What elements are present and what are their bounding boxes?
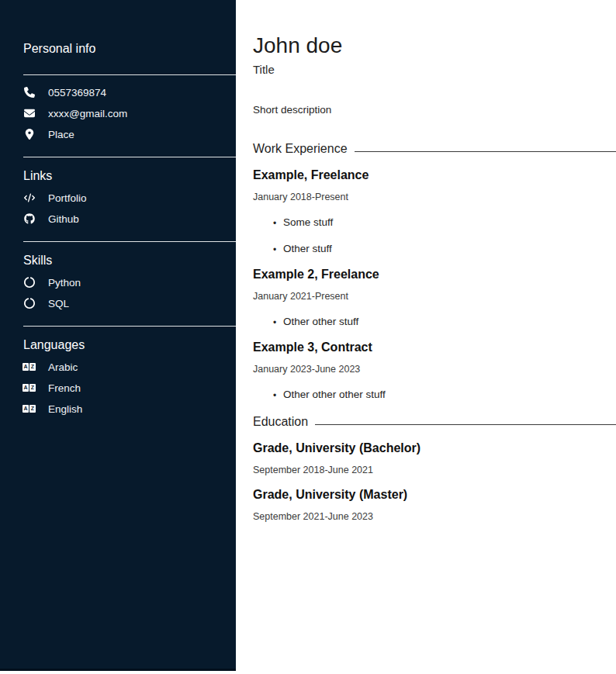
- resume-page: Personal info0557369874xxxx@gmail.comPla…: [0, 0, 616, 674]
- language-icon: AZ: [23, 361, 35, 373]
- sidebar-item-label: 0557369874: [48, 87, 106, 99]
- entry-date: September 2018-June 2021: [253, 465, 616, 475]
- sidebar: Personal info0557369874xxxx@gmail.comPla…: [0, 0, 236, 671]
- entry-bullets: Some stuffOther stuff: [253, 216, 616, 255]
- entry-date: January 2023-June 2023: [253, 364, 616, 375]
- sidebar-item-label: Github: [48, 213, 79, 225]
- entry-title: Example 2, Freelance: [253, 267, 616, 282]
- sidebar-section-title-personal-info: Personal info: [23, 41, 236, 56]
- sidebar-section-title-skills: Skills: [23, 253, 236, 268]
- section-work-experience: Work ExperienceExample, FreelanceJanuary…: [253, 141, 616, 401]
- sidebar-item-label: Place: [48, 129, 74, 140]
- phone-icon: [23, 87, 35, 99]
- bullet-item: Other stuff: [273, 243, 616, 255]
- entry-title: Grade, University (Bachelor): [253, 441, 616, 455]
- sidebar-divider: [23, 241, 236, 242]
- sidebar-sections: Personal info0557369874xxxx@gmail.comPla…: [23, 41, 236, 415]
- section-title: Education: [253, 414, 308, 429]
- location-icon: [23, 129, 35, 140]
- entry-date: January 2018-Present: [253, 192, 616, 202]
- bullet-item: Other other stuff: [273, 316, 616, 328]
- section-rule: [315, 424, 616, 425]
- section-title: Work Experience: [253, 141, 348, 156]
- sidebar-item-github[interactable]: Github: [23, 213, 236, 225]
- sidebar-item-french: AZFrench: [23, 382, 236, 394]
- sidebar-item-english: AZEnglish: [23, 403, 236, 415]
- section-header: Education: [253, 414, 616, 429]
- sidebar-item-label: Arabic: [48, 361, 78, 373]
- sidebar-item-label: English: [48, 403, 82, 415]
- entry-title: Example, Freelance: [253, 168, 616, 182]
- sidebar-item-label: French: [48, 382, 81, 394]
- main-sections: Work ExperienceExample, FreelanceJanuary…: [253, 141, 616, 522]
- entry-bullets: Other other stuff: [253, 316, 616, 328]
- entry-bullets: Other other other stuff: [253, 389, 616, 401]
- entry-title: Grade, University (Master): [253, 487, 616, 502]
- person-name: John doe: [253, 33, 616, 58]
- entry-example-3-contract: Example 3, ContractJanuary 2023-June 202…: [253, 340, 616, 401]
- sidebar-item-0557369874: 0557369874: [23, 86, 236, 99]
- sidebar-item-python: Python: [23, 276, 236, 289]
- envelope-icon: [23, 108, 35, 119]
- circle-notch-icon: [23, 298, 35, 309]
- entry-grade-university-master: Grade, University (Master)September 2021…: [253, 487, 616, 522]
- sidebar-item-label: Python: [48, 277, 81, 289]
- sidebar-section-title-links: Links: [23, 168, 236, 183]
- sidebar-item-place: Place: [23, 128, 236, 140]
- sidebar-item-label: xxxx@gmail.com: [48, 108, 127, 119]
- sidebar-item-sql: SQL: [23, 297, 236, 309]
- circle-notch-icon: [23, 277, 35, 289]
- sidebar-item-arabic: AZArabic: [23, 361, 236, 373]
- sidebar-title-underline: [23, 74, 236, 75]
- bullet-item: Some stuff: [273, 216, 616, 229]
- entry-example-freelance: Example, FreelanceJanuary 2018-PresentSo…: [253, 168, 616, 255]
- entry-example-2-freelance: Example 2, FreelanceJanuary 2021-Present…: [253, 267, 616, 328]
- entry-date: January 2021-Present: [253, 291, 616, 302]
- entry-date: September 2021-June 2023: [253, 511, 616, 522]
- main-content: John doe Title Short description Work Ex…: [236, 0, 616, 674]
- code-icon: [23, 192, 35, 204]
- language-icon: AZ: [23, 403, 35, 415]
- sidebar-item-portfolio[interactable]: Portfolio: [23, 192, 236, 204]
- sidebar-divider: [23, 326, 236, 327]
- sidebar-item-label: Portfolio: [48, 192, 87, 204]
- language-icon: AZ: [23, 382, 35, 394]
- entry-grade-university-bachelor: Grade, University (Bachelor)September 20…: [253, 441, 616, 475]
- sidebar-item-label: SQL: [48, 298, 69, 309]
- section-rule: [355, 151, 616, 152]
- short-description: Short description: [253, 104, 616, 116]
- github-icon: [23, 213, 35, 225]
- job-title: Title: [253, 63, 616, 77]
- sidebar-item-xxxx-gmail-com: xxxx@gmail.com: [23, 107, 236, 119]
- entry-title: Example 3, Contract: [253, 340, 616, 354]
- sidebar-divider: [23, 157, 236, 157]
- bullet-item: Other other other stuff: [273, 389, 616, 401]
- section-header: Work Experience: [253, 141, 616, 156]
- sidebar-section-title-languages: Languages: [23, 337, 236, 352]
- section-education: EducationGrade, University (Bachelor)Sep…: [253, 414, 616, 522]
